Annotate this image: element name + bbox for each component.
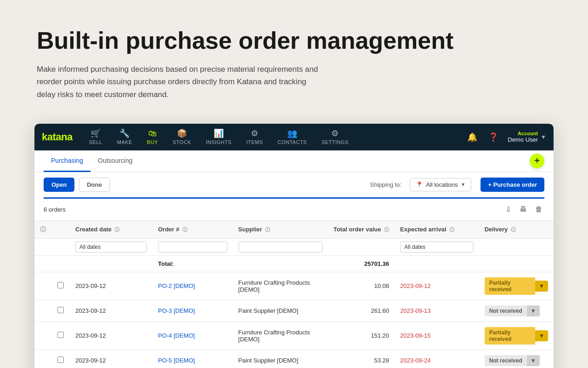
hero-title: Built-in purchase order management — [37, 28, 551, 54]
contacts-icon: 👥 — [287, 129, 298, 138]
supplier-info-icon: ⓘ — [265, 227, 270, 232]
filter-order-number[interactable] — [158, 242, 227, 253]
th-created-date: Created date ⓘ — [70, 220, 153, 238]
nav-make[interactable]: 🔧 MAKE — [110, 124, 140, 150]
row-checkbox-0[interactable] — [57, 282, 64, 288]
th-order-number: Order # ⓘ — [153, 220, 233, 238]
arrival-date: 2023-09-15 — [400, 332, 431, 339]
status-dropdown-3[interactable]: ▼ — [527, 355, 540, 366]
table-row: 2023-09-12 PO-5 [DEMO] Paint Supplier [D… — [34, 350, 554, 368]
nav-items-label: ITEMS — [246, 139, 263, 145]
cell-order-number: PO-3 [DEMO] — [153, 300, 233, 322]
nav-stock-label: STOCK — [173, 139, 191, 145]
delete-button[interactable]: 🗑 — [533, 203, 544, 216]
cell-expected-arrival: 2023-09-24 — [395, 350, 479, 368]
filter-open-button[interactable]: Open — [44, 178, 74, 192]
order-number-info-icon: ⓘ — [182, 227, 187, 232]
status-dropdown-2[interactable]: ▼ — [535, 330, 548, 341]
status-badge: Not received — [485, 355, 527, 366]
nav-sell[interactable]: 🛒 SELL — [82, 124, 110, 150]
total-row: Total: 25701.36 — [34, 255, 554, 272]
cell-created-date: 2023-09-12 — [70, 300, 153, 322]
row-info-cell — [34, 350, 51, 368]
expected-arrival-info-icon: ⓘ — [449, 227, 454, 232]
nav-insights-label: INSIGHTS — [206, 139, 232, 145]
location-chevron-icon: ▼ — [461, 182, 466, 187]
nav-items-menu[interactable]: ⚙ ITEMS — [239, 124, 270, 150]
nav-items: 🛒 SELL 🔧 MAKE 🛍 BUY 📦 STOCK 📊 INSIGHTS ⚙ — [82, 124, 466, 150]
cell-supplier: Paint Supplier [DEMO] — [233, 350, 328, 368]
cell-expected-arrival: 2023-09-12 — [395, 272, 479, 300]
cell-expected-arrival: 2023-09-13 — [395, 300, 479, 322]
add-button[interactable]: + — [530, 154, 544, 168]
location-icon: 📍 — [416, 181, 423, 188]
logo: katana — [42, 131, 73, 143]
row-checkbox-2[interactable] — [57, 332, 64, 338]
nav-insights[interactable]: 📊 INSIGHTS — [198, 124, 239, 150]
navbar: katana 🛒 SELL 🔧 MAKE 🛍 BUY 📦 STOCK 📊 INS… — [34, 124, 554, 150]
help-button[interactable]: ❓ — [486, 130, 500, 144]
hero-description: Make informed purchasing decisions based… — [37, 63, 322, 101]
cell-total-value: 53.28 — [328, 350, 395, 368]
row-info-cell — [34, 300, 51, 322]
cell-expected-arrival: 2023-09-15 — [395, 322, 479, 350]
arrival-date: 2023-09-24 — [400, 357, 431, 364]
nav-buy[interactable]: 🛍 BUY — [140, 124, 165, 150]
cell-delivery: Not received ▼ — [479, 350, 554, 368]
tab-purchasing[interactable]: Purchasing — [44, 150, 90, 172]
nav-make-label: MAKE — [117, 139, 132, 145]
nav-contacts-label: CONTACTS — [277, 139, 307, 145]
order-link-0[interactable]: PO-2 [DEMO] — [158, 282, 195, 289]
stock-icon: 📦 — [177, 129, 187, 138]
tabs-bar: Purchasing Outsourcing + — [34, 150, 554, 172]
tab-outsourcing[interactable]: Outsourcing — [90, 150, 140, 172]
account-user: Demo User — [508, 136, 538, 143]
cell-order-number: PO-5 [DEMO] — [153, 350, 233, 368]
status-badge: Not received — [485, 305, 527, 316]
th-info: ⓘ — [34, 220, 51, 238]
nav-contacts[interactable]: 👥 CONTACTS — [270, 124, 314, 150]
info-icon: ⓘ — [40, 226, 46, 233]
table-actions: ⇩ 🖶 🗑 — [503, 203, 544, 216]
nav-stock[interactable]: 📦 STOCK — [165, 124, 198, 150]
row-checkbox-1[interactable] — [57, 307, 64, 313]
location-value: All locations — [426, 181, 458, 188]
download-button[interactable]: ⇩ — [503, 203, 513, 216]
cell-supplier: Furniture Crafting Products [DEMO] — [233, 322, 328, 350]
buy-icon: 🛍 — [148, 129, 157, 138]
account-menu[interactable]: Account Demo User ▼ — [508, 131, 546, 143]
order-link-3[interactable]: PO-5 [DEMO] — [158, 357, 195, 364]
cell-delivery: Partially received ▼ — [479, 322, 554, 350]
filter-supplier[interactable] — [238, 242, 322, 253]
items-icon: ⚙ — [251, 129, 259, 138]
account-label: Account — [508, 131, 538, 136]
filter-done-button[interactable]: Done — [79, 178, 110, 192]
account-chevron-icon: ▼ — [541, 134, 546, 140]
order-link-1[interactable]: PO-3 [DEMO] — [158, 307, 195, 314]
purchase-order-button[interactable]: + Purchase order — [481, 178, 544, 192]
location-select[interactable]: 📍 All locations ▼ — [410, 178, 471, 191]
row-checkbox-3[interactable] — [57, 356, 64, 363]
order-link-2[interactable]: PO-4 [DEMO] — [158, 332, 195, 339]
notifications-button[interactable]: 🔔 — [465, 130, 479, 144]
nav-settings-label: SETTINGS — [322, 139, 349, 145]
make-icon: 🔧 — [119, 129, 130, 138]
table-row: 2023-09-12 PO-2 [DEMO] Furniture Craftin… — [34, 272, 554, 300]
toolbar: Open Done Shipping to: 📍 All locations ▼… — [34, 172, 554, 197]
print-button[interactable]: 🖶 — [518, 203, 529, 216]
table-row: 2023-09-12 PO-3 [DEMO] Paint Supplier [D… — [34, 300, 554, 322]
nav-settings[interactable]: ⚙ SETTINGS — [314, 124, 356, 150]
total-value: 25701.36 — [328, 255, 395, 272]
cell-created-date: 2023-09-12 — [70, 322, 153, 350]
status-dropdown-1[interactable]: ▼ — [527, 305, 540, 316]
th-total-order-value: Total order value ⓘ — [328, 220, 395, 238]
th-supplier: Supplier ⓘ — [233, 220, 328, 238]
cell-delivery: Not received ▼ — [479, 300, 554, 322]
cell-total-value: 151.20 — [328, 322, 395, 350]
status-dropdown-0[interactable]: ▼ — [535, 281, 548, 292]
filter-created-date[interactable] — [75, 242, 147, 253]
app-window: katana 🛒 SELL 🔧 MAKE 🛍 BUY 📦 STOCK 📊 INS… — [34, 124, 554, 368]
total-value-info-icon: ⓘ — [384, 227, 389, 232]
cell-created-date: 2023-09-12 — [70, 350, 153, 368]
filter-expected-arrival[interactable] — [400, 242, 474, 253]
